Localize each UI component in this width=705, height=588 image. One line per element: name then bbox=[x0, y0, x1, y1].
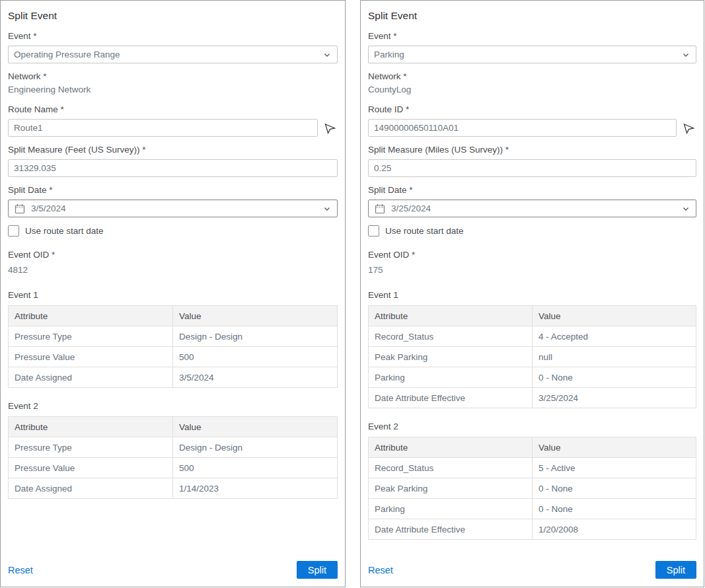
event-select[interactable]: Operating Pressure Range bbox=[8, 46, 338, 63]
measure-label: Split Measure (Feet (US Survey)) * bbox=[8, 145, 338, 155]
table-row: Peak Parkingnull bbox=[369, 347, 696, 367]
event2-title: Event 2 bbox=[368, 422, 696, 431]
reset-button[interactable]: Reset bbox=[8, 565, 33, 575]
value-cell: 5 - Active bbox=[533, 458, 696, 478]
event-select-value: Operating Pressure Range bbox=[14, 50, 120, 59]
value-cell: 500 bbox=[173, 458, 338, 478]
event-oid-label: Event OID * bbox=[368, 250, 696, 260]
value-cell: null bbox=[533, 347, 696, 367]
date-value: 3/5/2024 bbox=[31, 203, 322, 213]
split-button[interactable]: Split bbox=[297, 561, 338, 579]
table-row: Date Assigned3/5/2024 bbox=[9, 367, 338, 388]
measure-input[interactable] bbox=[8, 159, 338, 177]
attribute-cell: Date Assigned bbox=[9, 478, 173, 499]
attribute-cell: Peak Parking bbox=[369, 347, 533, 367]
chevron-down-icon bbox=[322, 50, 332, 59]
chevron-down-icon bbox=[322, 204, 332, 213]
reset-button[interactable]: Reset bbox=[368, 565, 393, 575]
attribute-cell: Pressure Type bbox=[9, 326, 173, 347]
use-route-start-date-checkbox[interactable] bbox=[368, 225, 379, 237]
measure-input[interactable] bbox=[368, 159, 696, 177]
table-row: Pressure Value500 bbox=[9, 458, 338, 478]
select-on-map-icon[interactable] bbox=[681, 120, 696, 136]
measure-label: Split Measure (Miles (US Survey)) * bbox=[368, 145, 696, 155]
calendar-icon bbox=[14, 203, 26, 215]
chevron-down-icon bbox=[681, 204, 690, 213]
table-header-row: Attribute Value bbox=[369, 437, 696, 458]
event2-table: Attribute Value Pressure TypeDesign - De… bbox=[8, 416, 338, 499]
attribute-cell: Record_Status bbox=[369, 458, 533, 478]
checkbox-label: Use route start date bbox=[25, 226, 104, 236]
table-header-row: Attribute Value bbox=[9, 306, 338, 326]
route-input[interactable] bbox=[8, 119, 318, 137]
date-label: Split Date * bbox=[8, 185, 338, 195]
value-cell: 500 bbox=[173, 347, 338, 367]
select-on-map-icon[interactable] bbox=[322, 120, 338, 136]
event1-table: Attribute Value Record_Status4 - Accepte… bbox=[368, 305, 696, 408]
route-row bbox=[8, 119, 338, 137]
event2-table: Attribute Value Record_Status5 - Active … bbox=[368, 437, 696, 540]
attribute-column-header: Attribute bbox=[9, 306, 173, 326]
route-label: Route Name * bbox=[8, 104, 338, 114]
date-picker[interactable]: 3/5/2024 bbox=[8, 200, 338, 217]
route-input[interactable] bbox=[368, 119, 677, 137]
attribute-cell: Parking bbox=[369, 367, 533, 388]
event-select-value: Parking bbox=[374, 50, 404, 59]
table-row: Date Attribute Effective3/25/2024 bbox=[369, 388, 696, 408]
event1-title: Event 1 bbox=[368, 290, 696, 300]
use-route-start-date-checkbox[interactable] bbox=[8, 225, 19, 237]
value-cell: 3/25/2024 bbox=[533, 388, 696, 408]
event-oid-value: 175 bbox=[368, 264, 696, 276]
network-label: Network * bbox=[368, 71, 696, 81]
network-value: Engineering Network bbox=[8, 84, 338, 95]
date-value: 3/25/2024 bbox=[391, 203, 681, 213]
footer-actions: Reset Split bbox=[8, 554, 338, 579]
table-row: Date Assigned1/14/2023 bbox=[9, 478, 338, 499]
attribute-column-header: Attribute bbox=[369, 306, 533, 326]
value-cell: 0 - None bbox=[533, 499, 696, 519]
use-route-start-date-row: Use route start date bbox=[8, 225, 338, 237]
table-row: Record_Status4 - Accepted bbox=[369, 326, 696, 347]
date-picker[interactable]: 3/25/2024 bbox=[368, 200, 696, 217]
table-row: Peak Parking0 - None bbox=[369, 478, 696, 499]
value-cell: 4 - Accepted bbox=[533, 326, 696, 347]
route-row bbox=[368, 119, 696, 137]
footer-actions: Reset Split bbox=[368, 554, 696, 579]
date-label: Split Date * bbox=[368, 185, 696, 195]
route-label: Route ID * bbox=[368, 104, 696, 114]
table-row: Date Attribute Effective1/20/2008 bbox=[369, 519, 696, 540]
chevron-down-icon bbox=[681, 50, 690, 59]
table-row: Pressure Value500 bbox=[9, 347, 338, 367]
split-button[interactable]: Split bbox=[655, 561, 696, 579]
network-value: CountyLog bbox=[368, 84, 696, 95]
value-cell: 0 - None bbox=[533, 478, 696, 499]
value-cell: Design - Design bbox=[173, 437, 338, 458]
attribute-cell: Pressure Value bbox=[9, 458, 173, 478]
table-header-row: Attribute Value bbox=[9, 417, 338, 437]
value-column-header: Value bbox=[173, 306, 338, 326]
split-event-panel-right: Split Event Event * Parking Network * Co… bbox=[360, 0, 704, 587]
attribute-column-header: Attribute bbox=[369, 437, 533, 458]
network-label: Network * bbox=[8, 71, 338, 81]
split-event-panel-left: Split Event Event * Operating Pressure R… bbox=[0, 0, 346, 587]
attribute-cell: Pressure Value bbox=[9, 347, 173, 367]
attribute-cell: Peak Parking bbox=[369, 478, 533, 499]
attribute-cell: Date Assigned bbox=[9, 367, 173, 388]
table-row: Parking0 - None bbox=[369, 367, 696, 388]
value-cell: 3/5/2024 bbox=[173, 367, 338, 388]
value-column-header: Value bbox=[173, 417, 338, 437]
event1-title: Event 1 bbox=[8, 290, 338, 300]
value-cell: 1/14/2023 bbox=[173, 478, 338, 499]
value-cell: Design - Design bbox=[173, 326, 338, 347]
event1-table: Attribute Value Pressure TypeDesign - De… bbox=[8, 305, 338, 388]
table-header-row: Attribute Value bbox=[369, 306, 696, 326]
table-row: Pressure TypeDesign - Design bbox=[9, 437, 338, 458]
event-label: Event * bbox=[368, 31, 696, 41]
attribute-column-header: Attribute bbox=[9, 417, 173, 437]
event-select[interactable]: Parking bbox=[368, 46, 696, 63]
event-oid-label: Event OID * bbox=[8, 250, 338, 260]
value-cell: 0 - None bbox=[533, 367, 696, 388]
event2-title: Event 2 bbox=[8, 401, 338, 411]
use-route-start-date-row: Use route start date bbox=[368, 225, 696, 237]
checkbox-label: Use route start date bbox=[385, 226, 464, 236]
